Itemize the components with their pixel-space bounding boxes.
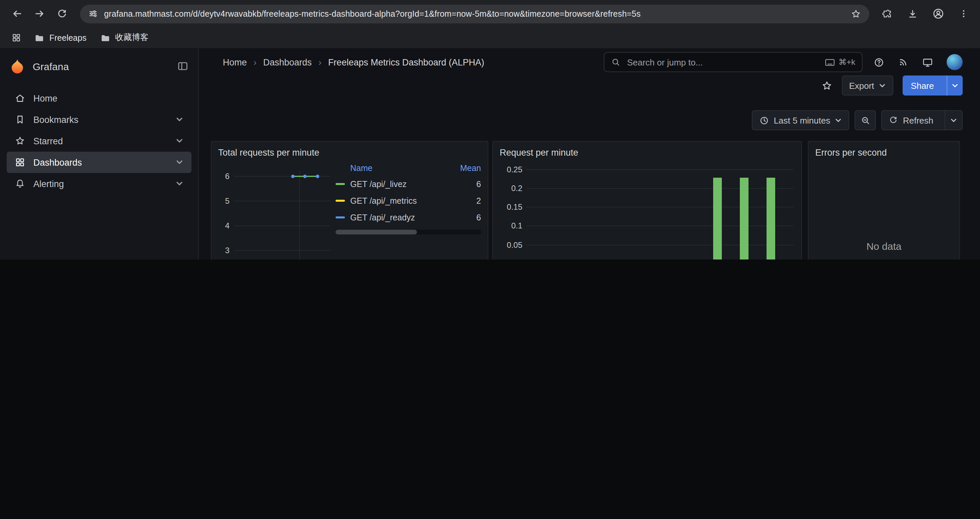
panel-title[interactable]: Request per minute — [500, 145, 795, 160]
chevron-down-icon[interactable] — [175, 180, 183, 188]
legend-header-mean[interactable]: Mean — [440, 163, 481, 172]
app-header: Home › Dashboards › Freeleaps Metrics Da… — [199, 49, 980, 75]
time-range-picker[interactable]: Last 5 minutes — [752, 110, 850, 130]
svg-text:0: 0 — [518, 259, 522, 260]
svg-text:0.15: 0.15 — [507, 203, 522, 211]
sidebar-item-home[interactable]: Home — [7, 88, 191, 109]
total-requests-chart: 6 5 4 3 2 17:40 — [218, 160, 332, 260]
request-per-minute-chart: 0.25 0.2 0.15 0.1 0.05 0 — [500, 160, 796, 260]
user-avatar[interactable] — [947, 54, 963, 70]
zoom-out-time-button[interactable] — [855, 110, 876, 130]
help-button[interactable] — [873, 56, 885, 68]
breadcrumb-dashboards[interactable]: Dashboards — [263, 57, 312, 67]
svg-text:3: 3 — [225, 246, 229, 255]
screen: grafana.mathmast.com/d/deytv4rwavabkb/fr… — [0, 0, 980, 260]
bookmark-label: Freeleaps — [49, 33, 86, 42]
series-name[interactable]: GET /api/_livez — [350, 179, 440, 189]
search-box[interactable]: ⌘+k — [604, 52, 862, 72]
search-input[interactable] — [626, 56, 819, 68]
clock-icon — [759, 115, 769, 125]
sidebar-collapse-button[interactable] — [177, 60, 189, 72]
share-label[interactable]: Share — [903, 75, 942, 96]
back-icon — [11, 8, 22, 19]
chevron-down-icon[interactable] — [175, 158, 183, 166]
legend-header-name[interactable]: Name — [336, 163, 440, 172]
bookmarks-bar: Freeleaps 收藏博客 — [0, 27, 980, 49]
bookmark-folder-freeleaps[interactable]: Freeleaps — [31, 30, 90, 45]
grafana-main: Home › Dashboards › Freeleaps Metrics Da… — [199, 49, 980, 260]
breadcrumb: Home › Dashboards › Freeleaps Metrics Da… — [223, 57, 593, 67]
brand-name: Grafana — [33, 61, 69, 72]
extensions-button[interactable] — [877, 4, 897, 24]
kiosk-mode-button[interactable] — [922, 56, 933, 68]
panel-row-1: Total requests per minute 6 5 4 — [199, 141, 980, 260]
profile-button[interactable] — [928, 4, 948, 24]
grafana-logo[interactable] — [10, 58, 25, 74]
bell-icon — [15, 178, 25, 189]
series-name[interactable]: GET /api/_readyz — [350, 213, 440, 222]
site-settings-icon[interactable] — [88, 9, 98, 19]
legend-row: GET /api/_livez 6 — [336, 176, 481, 192]
download-icon — [907, 8, 918, 19]
svg-text:0.1: 0.1 — [511, 221, 522, 230]
breadcrumb-current: Freeleaps Metrics Dashboard (ALPHA) — [328, 57, 484, 67]
sidebar-item-dashboards[interactable]: Dashboards — [7, 152, 191, 173]
sidebar-item-label: Alerting — [33, 179, 64, 189]
series-swatch — [336, 183, 345, 185]
svg-text:0.2: 0.2 — [511, 184, 522, 193]
bookmark-folder-blogs[interactable]: 收藏博客 — [96, 30, 152, 45]
refresh-action[interactable]: Refresh — [882, 111, 940, 129]
no-data-message: No data — [808, 241, 959, 252]
share-button[interactable]: Share — [903, 75, 963, 96]
apps-grid-button[interactable] — [8, 30, 24, 46]
refresh-icon — [889, 115, 898, 125]
downloads-button[interactable] — [903, 4, 923, 24]
panel-title[interactable]: Total requests per minute — [218, 145, 481, 160]
dashboard-toolbar: Export Share — [199, 75, 980, 96]
svg-text:4: 4 — [225, 221, 229, 230]
sidebar-item-label: Bookmarks — [33, 115, 78, 125]
chevron-down-icon — [835, 117, 842, 124]
bookmark-star-icon[interactable] — [851, 8, 861, 19]
share-menu-button[interactable] — [947, 75, 963, 96]
scrollbar-thumb[interactable] — [336, 230, 417, 235]
sidebar-item-label: Dashboards — [33, 157, 82, 167]
refresh-button[interactable]: Refresh — [881, 110, 963, 130]
puzzle-icon — [882, 8, 892, 19]
reload-icon — [57, 8, 67, 19]
chevron-down-icon — [951, 82, 959, 89]
series-name[interactable]: GET /api/_metrics — [350, 196, 440, 205]
series-swatch — [336, 216, 345, 219]
chevron-down-icon[interactable] — [175, 137, 183, 145]
sidebar-nav: Home Bookmarks Starred Dashboards — [0, 83, 198, 198]
sidebar-item-starred[interactable]: Starred — [7, 130, 191, 152]
sidebar-item-alerting[interactable]: Alerting — [7, 173, 191, 194]
legend-row: GET /api/_readyz 6 — [336, 209, 481, 226]
svg-text:0.25: 0.25 — [507, 165, 522, 174]
search-icon — [611, 57, 620, 67]
back-button[interactable] — [7, 4, 27, 24]
url-text[interactable]: grafana.mathmast.com/d/deytv4rwavabkb/fr… — [104, 9, 851, 18]
star-dashboard-button[interactable] — [821, 80, 832, 91]
address-bar[interactable]: grafana.mathmast.com/d/deytv4rwavabkb/fr… — [80, 4, 869, 23]
home-icon — [15, 93, 25, 104]
folder-icon — [34, 32, 45, 43]
chevron-down-icon[interactable] — [175, 115, 183, 124]
export-button[interactable]: Export — [842, 75, 893, 96]
zoom-out-icon — [861, 115, 870, 125]
legend-row: GET /api/_metrics 2 — [336, 192, 481, 209]
refresh-interval-menu[interactable] — [945, 111, 962, 129]
chevron-down-icon — [950, 117, 957, 124]
svg-text:6: 6 — [225, 172, 229, 181]
series-mean: 2 — [440, 196, 481, 205]
news-rss-button[interactable] — [898, 57, 908, 67]
legend-scrollbar[interactable] — [336, 230, 481, 235]
forward-button[interactable] — [29, 4, 49, 24]
browser-toolbar: grafana.mathmast.com/d/deytv4rwavabkb/fr… — [0, 0, 980, 27]
bookmark-icon — [15, 114, 25, 125]
panel-title[interactable]: Errors per second — [815, 145, 953, 160]
browser-menu-button[interactable] — [953, 4, 973, 24]
breadcrumb-home[interactable]: Home — [223, 57, 247, 67]
sidebar-item-bookmarks[interactable]: Bookmarks — [7, 109, 191, 130]
reload-button[interactable] — [52, 4, 72, 24]
